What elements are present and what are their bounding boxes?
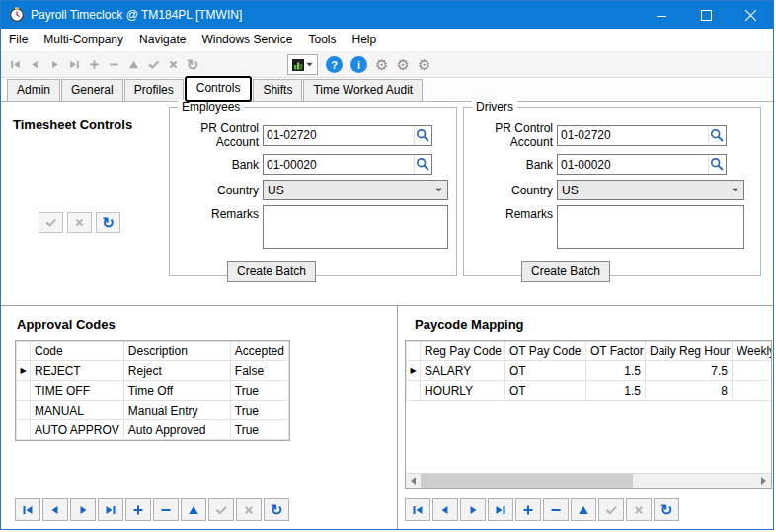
cancel-edit-icon[interactable] (163, 55, 183, 75)
menu-item-file[interactable]: File (1, 29, 36, 51)
employees-create-batch-button[interactable]: Create Batch (227, 261, 316, 282)
settings-gear-icon-3[interactable]: ⚙ (418, 57, 430, 72)
edit-record-button[interactable] (181, 498, 206, 521)
last-record-button[interactable] (98, 498, 123, 521)
post-button[interactable] (39, 212, 63, 233)
employees-pr-control-account-input[interactable] (264, 127, 414, 144)
pr-control-account-label: PR Control Account (466, 121, 553, 149)
table-row[interactable]: ▶ REJECT Reject False (17, 361, 289, 381)
drivers-group: Drivers PR Control Account Bank (463, 107, 761, 276)
app-clock-icon (9, 7, 25, 23)
report-dropdown-button[interactable] (287, 54, 318, 75)
tab-controls[interactable]: Controls (185, 76, 253, 102)
drivers-bank-input[interactable] (558, 156, 708, 173)
approval-codes-panel: Approval Codes Code Description Accepted… (1, 306, 398, 529)
horizontal-scrollbar[interactable] (406, 473, 771, 488)
settings-gear-icon-2[interactable]: ⚙ (396, 57, 409, 72)
refresh-button[interactable]: ↻ (264, 498, 289, 521)
menu-item-help[interactable]: Help (344, 29, 384, 51)
refresh-icon[interactable]: ↻ (183, 55, 202, 75)
employees-country-select[interactable]: US (263, 180, 448, 200)
minimize-button[interactable] (640, 1, 684, 29)
pr-control-account-label: PR Control Account (172, 121, 259, 149)
col-description: Description (123, 342, 230, 361)
prior-record-icon[interactable] (25, 55, 44, 75)
lookup-icon[interactable] (414, 126, 431, 145)
tab-shifts[interactable]: Shifts (253, 79, 302, 101)
employees-remarks-textarea[interactable] (263, 205, 448, 249)
first-record-button[interactable] (15, 498, 40, 521)
refresh-button[interactable]: ↻ (654, 498, 679, 521)
drivers-create-batch-button[interactable]: Create Batch (521, 261, 610, 282)
insert-record-icon[interactable] (84, 55, 104, 75)
lookup-icon[interactable] (414, 155, 431, 174)
delete-record-button[interactable] (153, 498, 179, 521)
insert-record-button[interactable] (125, 498, 151, 521)
cancel-edit-button[interactable] (236, 498, 262, 521)
insert-record-button[interactable] (515, 498, 541, 521)
help-icon[interactable]: ? (326, 56, 343, 73)
tab-admin[interactable]: Admin (7, 79, 60, 101)
caret-down-icon (430, 186, 447, 194)
table-row[interactable]: ▶ SALARY OT 1.5 7.5 (407, 361, 773, 381)
tab-profiles[interactable]: Profiles (124, 79, 184, 101)
country-label: Country (466, 184, 553, 197)
country-label: Country (172, 184, 259, 197)
employees-bank-input[interactable] (264, 156, 414, 173)
tab-general[interactable]: General (61, 79, 123, 101)
maximize-button[interactable] (684, 1, 729, 29)
menu-item-navigate[interactable]: Navigate (131, 29, 194, 51)
col-accepted: Accepted (230, 342, 288, 361)
table-row[interactable]: AUTO APPROV Auto Approved True (17, 420, 289, 440)
close-button[interactable] (729, 1, 773, 29)
next-record-icon[interactable] (44, 55, 64, 75)
approval-grid[interactable]: Code Description Accepted ▶ REJECT Rejec… (15, 340, 290, 441)
prior-record-button[interactable] (432, 498, 458, 521)
first-record-button[interactable] (405, 498, 430, 521)
scroll-right-button[interactable] (756, 474, 771, 488)
next-record-button[interactable] (70, 498, 96, 521)
tab-bar: Admin General Profiles Controls Shifts T… (1, 78, 773, 102)
table-row[interactable]: TIME OFF Time Off True (17, 381, 289, 401)
table-row[interactable]: HOURLY OT 1.5 8 (407, 381, 773, 401)
info-icon[interactable]: i (350, 56, 367, 73)
table-row[interactable]: MANUAL Manual Entry True (17, 401, 289, 420)
last-record-button[interactable] (488, 498, 513, 521)
chart-icon (291, 58, 305, 72)
first-record-icon[interactable] (5, 55, 25, 75)
bank-label: Bank (466, 158, 553, 172)
remarks-label: Remarks (172, 207, 259, 221)
refresh-button[interactable]: ↻ (96, 212, 120, 233)
delete-record-icon[interactable] (104, 55, 123, 75)
drivers-remarks-textarea[interactable] (557, 205, 744, 249)
delete-record-button[interactable] (543, 498, 569, 521)
lookup-icon[interactable] (708, 155, 726, 174)
cancel-button[interactable] (67, 212, 92, 233)
menu-bar: File Multi-Company Navigate Windows Serv… (1, 29, 773, 52)
row-marker-header (17, 342, 31, 361)
next-record-button[interactable] (460, 498, 486, 521)
edit-record-icon[interactable] (123, 55, 143, 75)
menu-item-windows-service[interactable]: Windows Service (194, 29, 300, 51)
menu-item-tools[interactable]: Tools (300, 29, 344, 51)
settings-gear-icon-1[interactable]: ⚙ (375, 57, 388, 72)
paycode-grid[interactable]: Reg Pay Code OT Pay Code OT Factor Daily… (405, 340, 772, 489)
drivers-country-select[interactable]: US (557, 180, 744, 200)
cancel-edit-button[interactable] (626, 498, 652, 521)
menu-item-multi-company[interactable]: Multi-Company (36, 29, 131, 51)
current-row-marker-icon: ▶ (407, 361, 421, 381)
scrollbar-thumb[interactable] (421, 474, 633, 488)
edit-record-button[interactable] (571, 498, 596, 521)
lookup-icon[interactable] (708, 126, 726, 145)
prior-record-button[interactable] (42, 498, 68, 521)
post-edit-icon[interactable] (143, 55, 163, 75)
scroll-left-button[interactable] (406, 474, 421, 488)
tab-time-worked-audit[interactable]: Time Worked Audit (303, 79, 423, 101)
caret-down-icon (727, 186, 743, 194)
drivers-pr-control-account-input[interactable] (558, 127, 708, 144)
post-edit-button[interactable] (208, 498, 234, 521)
main-toolbar: ↻ ? i ⚙ ⚙ ⚙ (1, 52, 773, 78)
timesheet-mini-toolbar: ↻ (39, 212, 120, 233)
last-record-icon[interactable] (64, 55, 84, 75)
post-edit-button[interactable] (598, 498, 624, 521)
